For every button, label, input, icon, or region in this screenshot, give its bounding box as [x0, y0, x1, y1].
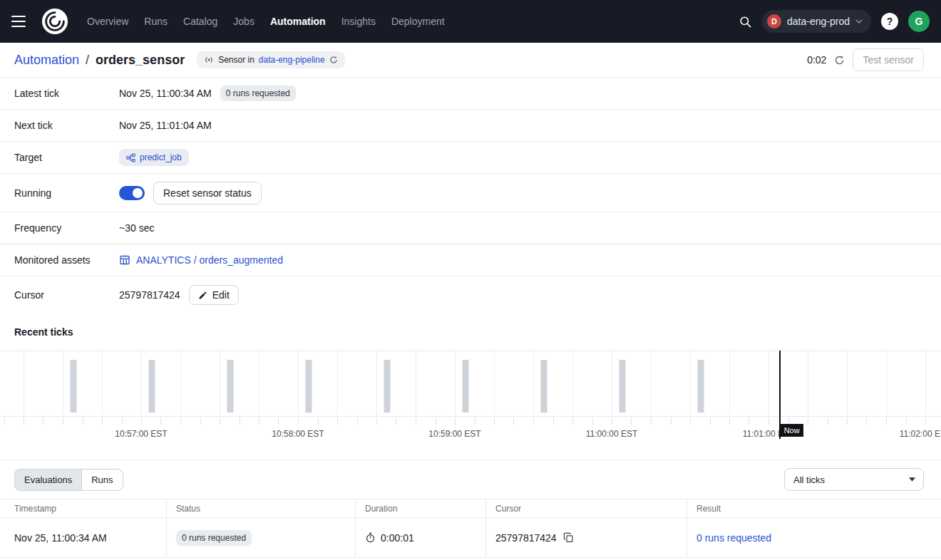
- detail-label: Target: [14, 152, 119, 163]
- ruler-tick: [513, 418, 514, 425]
- nav-item-deployment[interactable]: Deployment: [391, 16, 445, 27]
- pencil-icon: [198, 291, 207, 300]
- test-sensor-button[interactable]: Test sensor: [853, 48, 924, 71]
- axis-label: 11:02:00 EST: [900, 429, 941, 439]
- edit-button-label: Edit: [212, 289, 230, 301]
- axis-label: 11:00:00 EST: [586, 429, 638, 439]
- tick-bar[interactable]: [697, 360, 704, 413]
- grid-line: [298, 351, 299, 416]
- sensor-badge-text: Sensor in: [218, 55, 254, 65]
- nav-item-jobs[interactable]: Jobs: [233, 16, 254, 27]
- tick-bar[interactable]: [619, 360, 625, 413]
- reset-sensor-status-button[interactable]: Reset sensor status: [153, 182, 262, 204]
- swap-icon[interactable]: [329, 56, 338, 64]
- tick-bar[interactable]: [305, 360, 312, 413]
- cell-status: 0 runs requested: [166, 518, 355, 557]
- copy-icon[interactable]: [563, 532, 574, 543]
- nav-item-catalog[interactable]: Catalog: [183, 16, 217, 27]
- status-badge: 0 runs requested: [176, 530, 252, 546]
- ruler-tick: [828, 418, 828, 425]
- deployment-switcher[interactable]: D data-eng-prod: [762, 10, 871, 33]
- job-icon: [126, 153, 135, 162]
- tick-bar[interactable]: [227, 360, 233, 413]
- ruler-tick: [455, 418, 456, 425]
- ruler-tick: [651, 418, 652, 425]
- ruler-tick: [533, 418, 534, 425]
- asset-table-icon: [119, 254, 130, 266]
- ruler-tick: [278, 418, 279, 425]
- monitored-asset-link[interactable]: ANALYTICS / orders_augmented: [119, 254, 283, 266]
- detail-row-monitored-assets: Monitored assets ANALYTICS / orders_augm…: [0, 244, 941, 276]
- running-toggle[interactable]: [119, 186, 145, 200]
- grid-line: [180, 351, 181, 416]
- ruler-tick: [847, 418, 848, 425]
- nav-item-overview[interactable]: Overview: [87, 16, 128, 27]
- tick-bar[interactable]: [70, 360, 76, 413]
- ruler-tick: [357, 418, 358, 425]
- ruler-tick: [220, 418, 220, 425]
- menu-icon[interactable]: [11, 11, 33, 32]
- ruler-tick: [122, 418, 123, 425]
- ruler-tick: [63, 418, 63, 425]
- tick-bar[interactable]: [540, 360, 547, 413]
- ruler-tick: [259, 418, 259, 425]
- nav-item-insights[interactable]: Insights: [341, 16, 376, 27]
- axis-label: 10:57:00 EST: [115, 429, 167, 439]
- nav-item-automation[interactable]: Automation: [270, 16, 326, 27]
- column-header-result: Result: [687, 499, 941, 517]
- timeline-plot-area: [0, 351, 941, 416]
- target-job-link[interactable]: predict_job: [119, 149, 189, 166]
- deployment-name: data-eng-prod: [787, 16, 850, 27]
- ruler-tick: [102, 418, 103, 425]
- column-header-timestamp: Timestamp: [0, 499, 166, 517]
- edit-cursor-button[interactable]: Edit: [189, 285, 239, 305]
- nav-item-runs[interactable]: Runs: [144, 16, 168, 27]
- nav-right: D data-eng-prod ? G: [739, 10, 930, 33]
- grid-line: [141, 351, 142, 416]
- ruler-tick: [83, 418, 83, 425]
- tick-bar[interactable]: [148, 360, 155, 413]
- refresh-icon[interactable]: [834, 55, 845, 66]
- evaluations-table: Timestamp Status Duration Cursor Result …: [0, 499, 941, 558]
- dagster-logo[interactable]: [41, 8, 68, 35]
- page-header: Automation / orders_sensor Sensor in dat…: [0, 43, 941, 78]
- tick-filter-value: All ticks: [793, 475, 825, 485]
- ruler-tick: [612, 418, 612, 425]
- tab-evaluations[interactable]: Evaluations: [14, 469, 82, 491]
- tick-bar[interactable]: [384, 360, 390, 413]
- ruler-tick: [160, 418, 161, 425]
- detail-label: Cursor: [14, 289, 119, 301]
- detail-row-next-tick: Next tick Nov 25, 11:01:04 AM: [0, 110, 941, 142]
- detail-row-target: Target predict_job: [0, 142, 941, 174]
- ruler-tick: [141, 418, 142, 425]
- detail-row-cursor: Cursor 25797817424 Edit: [0, 276, 941, 313]
- detail-row-running: Running Reset sensor status: [0, 174, 941, 212]
- ruler-tick: [180, 418, 181, 425]
- avatar[interactable]: G: [908, 11, 930, 32]
- tick-filter-select[interactable]: All ticks: [784, 468, 924, 491]
- tab-runs[interactable]: Runs: [82, 469, 123, 491]
- grid-line: [220, 351, 220, 416]
- grid-line: [494, 351, 495, 416]
- result-link[interactable]: 0 runs requested: [696, 532, 771, 544]
- ruler-tick: [298, 418, 299, 425]
- breadcrumb-automation-link[interactable]: Automation: [14, 53, 79, 68]
- ruler-tick: [4, 418, 5, 425]
- search-icon[interactable]: [739, 15, 752, 28]
- ruler-tick: [200, 418, 201, 425]
- panel-toolbar: Evaluations Runs All ticks: [0, 460, 941, 499]
- tick-bar[interactable]: [462, 360, 468, 413]
- cursor-cell-value: 25797817424: [495, 532, 557, 544]
- chevron-down-icon: [855, 19, 863, 24]
- grid-line: [63, 351, 63, 416]
- ruler-tick: [671, 418, 672, 425]
- ruler-tick: [886, 418, 887, 425]
- nav-menu: Overview Runs Catalog Jobs Automation In…: [87, 16, 445, 27]
- evaluations-panel: Evaluations Runs All ticks Timestamp Sta…: [0, 460, 941, 558]
- ruler-tick: [768, 418, 769, 425]
- pipeline-link[interactable]: data-eng-pipeline: [259, 55, 325, 65]
- detail-label: Monitored assets: [14, 254, 119, 266]
- logo-swirl-icon: [41, 8, 68, 35]
- help-icon[interactable]: ?: [881, 13, 898, 30]
- toggle-knob: [133, 188, 143, 198]
